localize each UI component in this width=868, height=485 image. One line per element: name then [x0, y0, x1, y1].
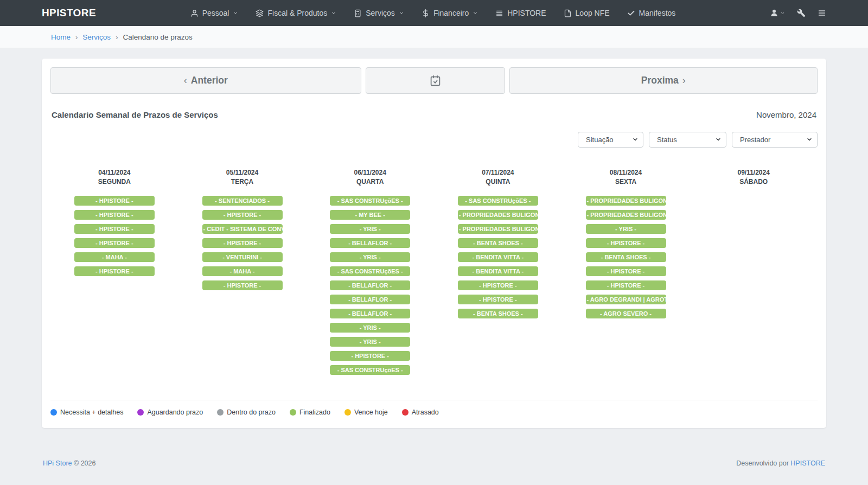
- event-badge[interactable]: - SAS CONSTRUçõES -: [330, 365, 410, 375]
- event-badge[interactable]: - HPISTORE -: [202, 210, 283, 220]
- status-legend: Necessita + detalhesAguardando prazoDent…: [50, 400, 818, 416]
- calendar-card: ‹ Anterior Proxima › Calendario Semanal …: [42, 59, 826, 428]
- event-badge[interactable]: - SAS CONSTRUçõES -: [458, 196, 538, 206]
- day-column-quarta: 06/11/2024QUARTA- SAS CONSTRUçõES -- MY …: [306, 168, 434, 375]
- event-badge[interactable]: - CEDIT - SISTEMA DE CONVÊNIO: [202, 224, 283, 234]
- nav-item-hpistore[interactable]: HPISTORE: [495, 9, 546, 17]
- day-events: - SENTENCIADOS -- HPISTORE -- CEDIT - SI…: [178, 196, 307, 290]
- day-header: 05/11/2024TERÇA: [178, 168, 307, 187]
- event-badge[interactable]: - BENTA SHOES -: [458, 238, 538, 248]
- breadcrumb-bar: Home›Serviços›Calendario de prazos: [0, 26, 868, 48]
- event-badge[interactable]: - HPISTORE -: [586, 280, 666, 290]
- top-navbar: HPISTORE PessoalFiscal & ProdutosServiço…: [0, 0, 868, 26]
- legend-label: Dentro do prazo: [227, 409, 276, 416]
- event-badge[interactable]: - YRIS -: [586, 224, 666, 234]
- event-badge[interactable]: - HPISTORE -: [458, 280, 538, 290]
- event-badge[interactable]: - YRIS -: [330, 323, 410, 333]
- event-badge[interactable]: - MAHA -: [202, 266, 283, 276]
- legend-label: Necessita + detalhes: [60, 409, 123, 416]
- footer-brand-link[interactable]: HPi Store: [43, 460, 72, 467]
- event-badge[interactable]: - HPISTORE -: [74, 238, 155, 248]
- nav-item-pessoal[interactable]: Pessoal: [190, 9, 239, 17]
- event-badge[interactable]: - PROPRIEDADES BULIGON | AG: [586, 210, 666, 220]
- chevron-left-icon: ‹: [184, 75, 187, 86]
- breadcrumb-separator: ›: [75, 33, 78, 41]
- event-badge[interactable]: - SAS CONSTRUçõES -: [330, 266, 410, 276]
- nav-item-loop-nfe[interactable]: Loop NFE: [564, 9, 610, 17]
- footer-right: Desenvolvido por HPISTORE: [736, 460, 825, 467]
- legend-dot: [290, 409, 296, 416]
- hamburger-menu-button[interactable]: [818, 9, 826, 17]
- file-icon: [564, 9, 572, 17]
- nav-item-fiscal-produtos[interactable]: Fiscal & Produtos: [256, 9, 336, 17]
- event-badge[interactable]: - BELLAFLOR -: [330, 309, 410, 318]
- user-account-button[interactable]: [770, 9, 785, 17]
- event-badge[interactable]: - HPISTORE -: [458, 295, 538, 304]
- next-week-button[interactable]: Proxima ›: [509, 67, 818, 94]
- previous-week-button[interactable]: ‹ Anterior: [50, 67, 361, 94]
- event-badge[interactable]: - BENTA SHOES -: [586, 252, 666, 262]
- day-header: 06/11/2024QUARTA: [306, 168, 434, 187]
- breadcrumb-item-servicos[interactable]: Serviços: [82, 33, 111, 41]
- event-badge[interactable]: - BENTA SHOES -: [458, 309, 538, 318]
- event-badge[interactable]: - HPISTORE -: [74, 210, 155, 220]
- brand-logo[interactable]: HPISTORE: [42, 7, 96, 19]
- current-month-label: Novembro, 2024: [756, 110, 816, 119]
- event-badge[interactable]: - BELLAFLOR -: [330, 238, 410, 248]
- event-badge[interactable]: - YRIS -: [330, 224, 410, 234]
- event-badge[interactable]: - HPISTORE -: [586, 266, 666, 276]
- event-badge[interactable]: - SENTENCIADOS -: [202, 196, 283, 206]
- event-badge[interactable]: - PROPRIEDADES BULIGON | AG: [458, 210, 538, 220]
- day-weekday: SÁBADO: [690, 177, 818, 187]
- event-badge[interactable]: - HPISTORE -: [586, 238, 666, 248]
- legend-item-atrasado: Atrasado: [402, 409, 439, 416]
- day-column-quinta: 07/11/2024QUINTA- SAS CONSTRUçõES -- PRO…: [434, 168, 562, 375]
- event-badge[interactable]: - HPISTORE -: [202, 280, 283, 290]
- event-badge[interactable]: - BENDITA VITTA -: [458, 266, 538, 276]
- event-badge[interactable]: - PROPRIEDADES BULIGON | AG: [586, 196, 666, 206]
- breadcrumb-item-home[interactable]: Home: [51, 33, 71, 41]
- legend-dot: [50, 409, 57, 416]
- week-calendar-grid: 04/11/2024SEGUNDA- HPISTORE -- HPISTORE …: [50, 168, 818, 375]
- day-header: 04/11/2024SEGUNDA: [50, 168, 178, 187]
- day-header: 07/11/2024QUINTA: [434, 168, 562, 187]
- chevron-right-icon: ›: [682, 75, 686, 86]
- filter-status-select[interactable]: Status: [649, 132, 726, 148]
- event-badge[interactable]: - HPISTORE -: [74, 196, 155, 206]
- breadcrumb: Home›Serviços›Calendario de prazos: [42, 33, 826, 41]
- event-badge[interactable]: - AGRO SEVERO -: [586, 309, 666, 318]
- navbar-menu: PessoalFiscal & ProdutosServiçosFinancei…: [190, 9, 676, 17]
- tools-button[interactable]: [797, 9, 806, 17]
- chevron-down-icon: [399, 10, 404, 16]
- nav-item-manifestos[interactable]: Manifestos: [627, 9, 676, 17]
- event-badge[interactable]: - BELLAFLOR -: [330, 295, 410, 304]
- event-badge[interactable]: - HPISTORE -: [74, 224, 155, 234]
- event-badge[interactable]: - PROPRIEDADES BULIGON | AG: [458, 224, 538, 234]
- event-badge[interactable]: - VENTURINI -: [202, 252, 283, 262]
- legend-item-finalizado: Finalizado: [290, 409, 330, 416]
- chevron-down-icon: [331, 10, 336, 16]
- day-date: 09/11/2024: [690, 168, 818, 177]
- event-badge[interactable]: - HPISTORE -: [330, 351, 410, 361]
- filter-prestador-select[interactable]: Prestador: [732, 132, 818, 148]
- today-calendar-button[interactable]: [366, 67, 505, 94]
- nav-item-servicos[interactable]: Serviços: [354, 9, 404, 17]
- day-weekday: SEXTA: [562, 177, 690, 187]
- event-badge[interactable]: - HPISTORE -: [74, 266, 155, 276]
- event-badge[interactable]: - MY BEE -: [330, 210, 410, 220]
- event-badge[interactable]: - BENDITA VITTA -: [458, 252, 538, 262]
- event-badge[interactable]: - YRIS -: [330, 252, 410, 262]
- nav-item-label: Loop NFE: [576, 9, 610, 17]
- event-badge[interactable]: - SAS CONSTRUçõES -: [330, 196, 410, 206]
- footer-developer-link[interactable]: HPISTORE: [790, 460, 825, 467]
- event-badge[interactable]: - AGRO DEGRANDI | AGROTIMIN: [586, 295, 666, 304]
- nav-item-financeiro[interactable]: Financeiro: [422, 9, 478, 17]
- legend-dot: [217, 409, 224, 416]
- event-badge[interactable]: - HPISTORE -: [202, 238, 283, 248]
- day-date: 07/11/2024: [434, 168, 562, 177]
- event-badge[interactable]: - YRIS -: [330, 337, 410, 347]
- event-badge[interactable]: - MAHA -: [74, 252, 155, 262]
- event-badge[interactable]: - BELLAFLOR -: [330, 280, 410, 290]
- filter-situacao-select[interactable]: Situação: [578, 132, 643, 148]
- legend-item-aguardando-prazo: Aguardando prazo: [137, 409, 203, 416]
